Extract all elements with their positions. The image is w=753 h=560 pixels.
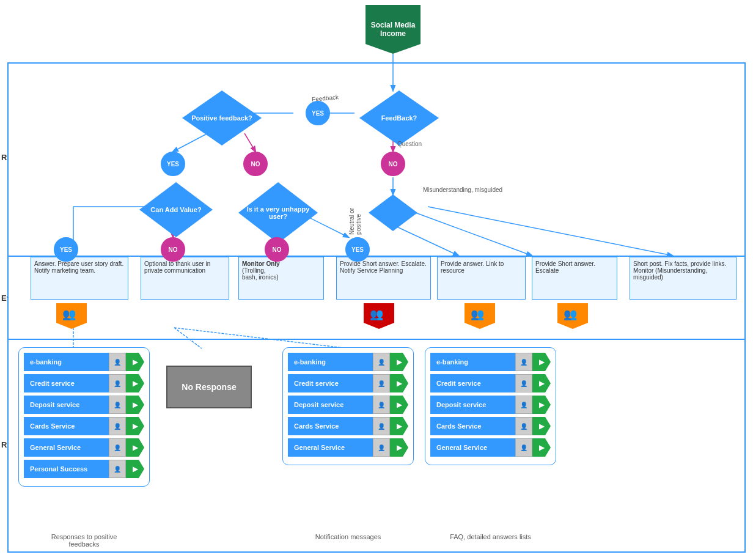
svg-text:👥: 👥 xyxy=(471,308,485,321)
list-item: Credit service 👤 ▶ xyxy=(288,374,408,392)
svg-text:👥: 👥 xyxy=(62,308,76,321)
deposit-btn-3[interactable]: Deposit service xyxy=(430,396,515,414)
list-item: Deposit service 👤 ▶ xyxy=(430,396,551,414)
list-item: e-banking 👤 ▶ xyxy=(24,353,144,371)
neutral-positive-label: Neutral orpositive xyxy=(348,208,362,235)
action-box-3: Monitor Only(Trolling,bash, ironics) xyxy=(238,257,324,300)
question-label: Question xyxy=(397,141,422,147)
yes-feedback-circle: YES xyxy=(306,101,330,125)
no-unhappy-circle: NO xyxy=(265,237,289,262)
team-icon-6: 👥 xyxy=(557,303,588,330)
arrow-9: ▶ xyxy=(390,396,408,414)
general-btn-1[interactable]: General Service xyxy=(24,438,109,457)
credit-btn-3[interactable]: Credit service xyxy=(430,374,515,392)
team-icon-5: 👥 xyxy=(465,303,495,330)
group1-label: Responses to positive feedbacks xyxy=(37,533,131,548)
list-item: Deposit service 👤 ▶ xyxy=(288,396,408,414)
arrow-14: ▶ xyxy=(532,396,551,414)
team-icon-1: 👥 xyxy=(56,303,87,330)
general-btn-3[interactable]: General Service xyxy=(430,438,515,457)
no-can-add-value-circle: NO xyxy=(161,237,185,262)
group4-label: FAQ, detailed answers lists xyxy=(446,533,535,540)
yes-can-add-value-circle: YES xyxy=(54,237,78,262)
arrow-4: ▶ xyxy=(126,417,144,435)
list-item: Personal Success 👤 ▶ xyxy=(24,460,144,478)
arrow-5: ▶ xyxy=(126,438,144,457)
social-media-node: Social Media Income xyxy=(365,5,421,54)
svg-text:👥: 👥 xyxy=(564,308,578,321)
arrow-8: ▶ xyxy=(390,374,408,392)
no-response-box: No Response xyxy=(166,366,252,408)
action-box-5: Provide answer. Link to resource xyxy=(437,257,526,300)
arrow-12: ▶ xyxy=(532,353,551,371)
list-item: Cards Service 👤 ▶ xyxy=(288,417,408,435)
credit-btn-2[interactable]: Credit service xyxy=(288,374,373,392)
arrow-2: ▶ xyxy=(126,374,144,392)
arrow-3: ▶ xyxy=(126,396,144,414)
arrow-11: ▶ xyxy=(390,438,408,457)
list-item: e-banking 👤 ▶ xyxy=(430,353,551,371)
arrow-1: ▶ xyxy=(126,353,144,371)
list-item: Credit service 👤 ▶ xyxy=(430,374,551,392)
list-item: General Service 👤 ▶ xyxy=(24,438,144,457)
arrow-7: ▶ xyxy=(390,353,408,371)
list-item: Cards Service 👤 ▶ xyxy=(430,417,551,435)
action-box-2: Optional to thank user in private commun… xyxy=(141,257,229,300)
ebanking-btn-1[interactable]: e-banking xyxy=(24,353,109,371)
list-item: General Service 👤 ▶ xyxy=(288,438,408,457)
cards-btn-1[interactable]: Cards Service xyxy=(24,417,109,435)
cards-btn-3[interactable]: Cards Service xyxy=(430,417,515,435)
no-positive-circle: NO xyxy=(243,152,268,176)
list-item: Credit service 👤 ▶ xyxy=(24,374,144,392)
action-box-1: Answer. Prepare user story draft. Notify… xyxy=(31,257,128,300)
action-box-6: Provide Short answer. Escalate xyxy=(532,257,617,300)
yes-positive-circle: YES xyxy=(161,152,185,176)
ebanking-btn-3[interactable]: e-banking xyxy=(430,353,515,371)
no-feedback-circle: NO xyxy=(381,152,405,176)
arrow-16: ▶ xyxy=(532,438,551,457)
respond-group-positive: e-banking 👤 ▶ Credit service 👤 ▶ Deposit… xyxy=(18,347,150,487)
group3-label: Notification messages xyxy=(307,533,389,540)
arrow-13: ▶ xyxy=(532,374,551,392)
list-item: General Service 👤 ▶ xyxy=(430,438,551,457)
list-item: Deposit service 👤 ▶ xyxy=(24,396,144,414)
list-item: e-banking 👤 ▶ xyxy=(288,353,408,371)
arrow-6: ▶ xyxy=(126,460,144,478)
yes-unhappy-circle: YES xyxy=(345,237,370,262)
action-box-7: Short post. Fix facts, provide links. Mo… xyxy=(630,257,736,300)
arrow-15: ▶ xyxy=(532,417,551,435)
deposit-btn-1[interactable]: Deposit service xyxy=(24,396,109,414)
ebanking-btn-2[interactable]: e-banking xyxy=(288,353,373,371)
list-item: Cards Service 👤 ▶ xyxy=(24,417,144,435)
cards-btn-2[interactable]: Cards Service xyxy=(288,417,373,435)
general-btn-2[interactable]: General Service xyxy=(288,438,373,457)
respond-group-notification: e-banking 👤 ▶ Credit service 👤 ▶ Deposit… xyxy=(282,347,414,465)
action-box-4: Provide Short answer. Escalate. Notify S… xyxy=(336,257,431,300)
credit-btn-1[interactable]: Credit service xyxy=(24,374,109,392)
team-icon-4: 👥 xyxy=(364,303,394,330)
arrow-10: ▶ xyxy=(390,417,408,435)
misunderstanding-label: Misunderstanding, misguided xyxy=(423,186,502,193)
personal-btn-1[interactable]: Personal Success xyxy=(24,460,109,478)
respond-group-faq: e-banking 👤 ▶ Credit service 👤 ▶ Deposit… xyxy=(425,347,556,465)
svg-text:👥: 👥 xyxy=(370,308,384,321)
deposit-btn-2[interactable]: Deposit service xyxy=(288,396,373,414)
